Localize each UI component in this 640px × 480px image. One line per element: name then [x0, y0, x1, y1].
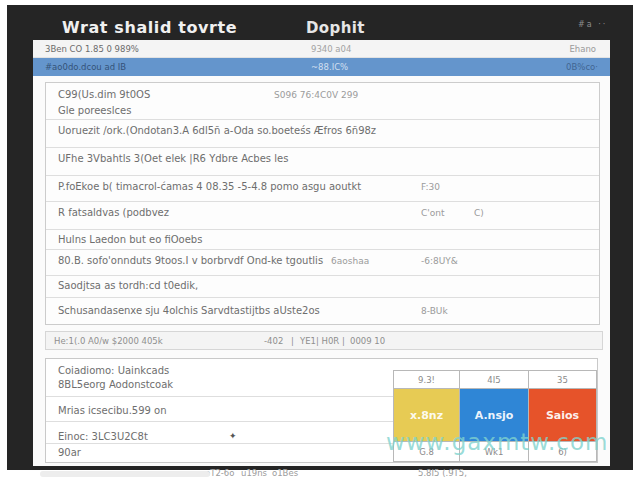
diamond-icon[interactable]: ✦	[229, 431, 237, 441]
selected-list-row[interactable]: #ao0do.dcou ad IB ~88.IC% 0B%co·	[33, 58, 610, 76]
status-center1: -402	[264, 336, 283, 346]
grid-cell-bottom-2: Wk1	[459, 441, 529, 462]
status-right: 0009 10	[350, 336, 385, 346]
grid-cell-orange[interactable]: Saios	[528, 388, 597, 442]
row-divider	[46, 201, 599, 202]
grid-cell-top-1: 9.3!	[393, 370, 460, 389]
status-separator: |	[291, 336, 294, 346]
status-center2: YE1| H0R	[300, 336, 339, 346]
grid-cell-blue[interactable]: A.nsjo	[459, 388, 529, 442]
summary-line1: Coiadiomo: Uainkcads	[58, 365, 169, 376]
form-row-i-value: 8-BUk	[421, 306, 448, 316]
selected-row-left: #ao0do.dcou ad IB	[45, 62, 126, 72]
summary-line3: Mrias icsecibu.599 on	[58, 405, 167, 416]
summary-line4: Einoc: 3LC3U2C8t	[58, 431, 148, 442]
summary-line5: 90ar	[58, 447, 81, 458]
window-title: Wrat shalid tovrte	[62, 18, 237, 37]
form-row-e-value1: C'ont	[421, 208, 445, 218]
selected-row-center: ~88.IC%	[311, 62, 348, 72]
form-row-a-value: S096 76:4C0V 299	[274, 90, 358, 100]
form-row-d-value: F:30	[421, 182, 440, 192]
row-divider	[46, 275, 599, 276]
header-center-text: 9340 a04	[311, 44, 351, 54]
row-divider	[46, 119, 599, 120]
caption-word-2: u19ns	[241, 468, 267, 478]
grid-cell-yellow[interactable]: x.8nz	[393, 388, 460, 442]
form-row-a-subtext: Gle poreeslces	[58, 105, 131, 116]
summary-panel: Coiadiomo: Uainkcads 8BL5eorg Aodonstcoa…	[45, 358, 598, 463]
form-row-g-label[interactable]: 80.B. sofo'onnduts 9toos.I v borbrvdf On…	[58, 255, 323, 266]
form-row-d-label[interactable]: P.foEkoe b( timacrol-ćamas 4 08.35 -5-4.…	[58, 181, 361, 192]
grid-cell-bottom-1: G.8	[393, 441, 460, 462]
grid-cell-top-2: 4I5	[459, 370, 529, 389]
grid-cell-bottom-3: 6)	[528, 441, 597, 462]
form-row-i-label[interactable]: Schusandasenxe sju 4olchis Sarvdtastijtb…	[58, 305, 320, 316]
selected-row-right: 0B%co·	[566, 62, 598, 72]
header-right-text: Ehano	[569, 44, 596, 54]
row-divider	[46, 297, 599, 298]
header-left-text: 3Ben CO 1.85 0 989%	[45, 44, 139, 54]
row-divider	[46, 147, 599, 148]
form-panel: C99(Us.dim 9t0OS S096 76:4C0V 299 Gle po…	[45, 82, 600, 325]
form-row-g-value2: -6:8UY&	[421, 256, 458, 266]
form-row-c-label[interactable]: UFhe 3Vbahtls 3(Oet elek |R6 Ydbre Acbes…	[58, 153, 288, 164]
form-row-f-label[interactable]: Hulns Laedon but eo fiOoebs	[58, 234, 202, 245]
form-row-b-label[interactable]: Uoruezit /ork.(Ondotan3.A 6dl5ñ a-Oda so…	[58, 125, 376, 136]
titlebar-controls-icon[interactable]: #a ··	[578, 20, 607, 29]
status-left: He:1(.0 A0/w $2000 405k	[54, 336, 163, 346]
summary-line2: 8BL5eorg Aodonstcoak	[58, 379, 173, 390]
header-row[interactable]: 3Ben CO 1.85 0 989% 9340 a04 Ehano	[33, 40, 610, 58]
window-subtitle: Dophit	[306, 19, 365, 37]
screenshot-root: Wrat shalid tovrte Dophit #a ·· 3Ben CO …	[0, 0, 640, 480]
form-row-e-value2: C)	[474, 208, 484, 218]
bottom-scrollbar[interactable]	[40, 471, 210, 477]
status-bar: He:1(.0 A0/w $2000 405k -402 | YE1| H0R …	[45, 331, 603, 350]
row-divider	[46, 249, 599, 250]
caption-right: 5.8I5 (.9T5,	[418, 468, 467, 478]
row-divider	[46, 175, 599, 176]
caption-word-3: o1Bes	[272, 468, 298, 478]
form-row-g-value1: 6aoshaa	[331, 256, 369, 266]
grid-cell-top-3: 35	[528, 370, 597, 389]
form-row-h-label[interactable]: Saodjtsa as tordh:cd t0edik,	[58, 280, 198, 291]
form-row-a-label[interactable]: C99(Us.dim 9t0OS	[58, 89, 150, 100]
form-row-e-label[interactable]: R fatsaldvas (podbvez	[58, 207, 169, 218]
status-separator: |	[342, 336, 345, 346]
summary-grid: 9.3! 4I5 35 x.8nz A.nsjo Saios G.8 Wk1 6…	[394, 371, 597, 462]
row-divider	[46, 229, 599, 230]
